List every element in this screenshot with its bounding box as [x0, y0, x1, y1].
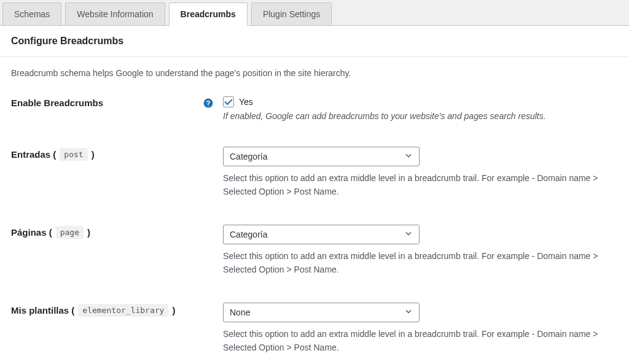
chevron-down-icon [404, 307, 413, 317]
entradas-label-post: ) [92, 149, 95, 160]
plantillas-label-post: ) [172, 305, 175, 316]
plantillas-select[interactable]: None [223, 303, 420, 322]
plantillas-label-pre: Mis plantillas ( [11, 305, 74, 316]
enable-help-text: If enabled, Google can add breadcrumbs t… [223, 111, 618, 121]
paginas-code: page [56, 226, 84, 239]
entradas-code: post [60, 148, 87, 161]
tab-schemas[interactable]: Schemas [2, 2, 61, 25]
field-entradas: Entradas ( post ) Categoría Select this … [11, 147, 618, 199]
plantillas-code: elementor_library [78, 304, 168, 317]
enable-checkbox-line: Yes [223, 96, 618, 107]
paginas-label-post: ) [87, 227, 90, 238]
field-enable-breadcrumbs: Enable Breadcrumbs ? Yes If enabled, Goo… [11, 96, 618, 121]
field-label-entradas: Entradas ( post ) [11, 147, 223, 161]
field-paginas: Páginas ( page ) Categoría Select this o… [11, 225, 618, 277]
tab-plugin-settings[interactable]: Plugin Settings [251, 2, 332, 25]
plantillas-desc: Select this option to add an extra middl… [223, 327, 618, 355]
paginas-select[interactable]: Categoría [223, 225, 420, 244]
paginas-control: Categoría Select this option to add an e… [223, 225, 618, 277]
entradas-select-value: Categoría [230, 152, 267, 161]
paginas-select-value: Categoría [230, 230, 267, 239]
enable-checkbox[interactable] [223, 96, 234, 107]
enable-label-text: Enable Breadcrumbs [11, 98, 103, 108]
tab-bar: Schemas Website Information Breadcrumbs … [0, 0, 629, 26]
field-label-plantillas: Mis plantillas ( elementor_library ) [11, 303, 223, 317]
breadcrumbs-panel: Configure Breadcrumbs Breadcrumb schema … [0, 26, 629, 364]
paginas-label-pre: Páginas ( [11, 227, 52, 238]
panel-intro-text: Breadcrumb schema helps Google to unders… [11, 68, 618, 78]
help-icon[interactable]: ? [203, 98, 213, 108]
plantillas-control: None Select this option to add an extra … [223, 303, 618, 355]
panel-body: Breadcrumb schema helps Google to unders… [0, 57, 629, 364]
field-label-enable: Enable Breadcrumbs ? [11, 96, 223, 108]
panel-title: Configure Breadcrumbs [0, 26, 629, 57]
chevron-down-icon [404, 152, 413, 162]
enable-checkbox-label: Yes [239, 97, 253, 107]
tab-breadcrumbs[interactable]: Breadcrumbs [169, 2, 248, 26]
entradas-select[interactable]: Categoría [223, 147, 420, 166]
enable-control: Yes If enabled, Google can add breadcrum… [223, 96, 618, 121]
paginas-desc: Select this option to add an extra middl… [223, 249, 618, 277]
chevron-down-icon [404, 229, 413, 239]
svg-text:?: ? [206, 99, 211, 107]
entradas-desc: Select this option to add an extra middl… [223, 171, 618, 199]
plantillas-select-value: None [230, 308, 250, 317]
field-plantillas: Mis plantillas ( elementor_library ) Non… [11, 303, 618, 355]
field-label-paginas: Páginas ( page ) [11, 225, 223, 239]
entradas-control: Categoría Select this option to add an e… [223, 147, 618, 199]
tab-website-information[interactable]: Website Information [65, 2, 165, 25]
entradas-label-pre: Entradas ( [11, 149, 56, 160]
